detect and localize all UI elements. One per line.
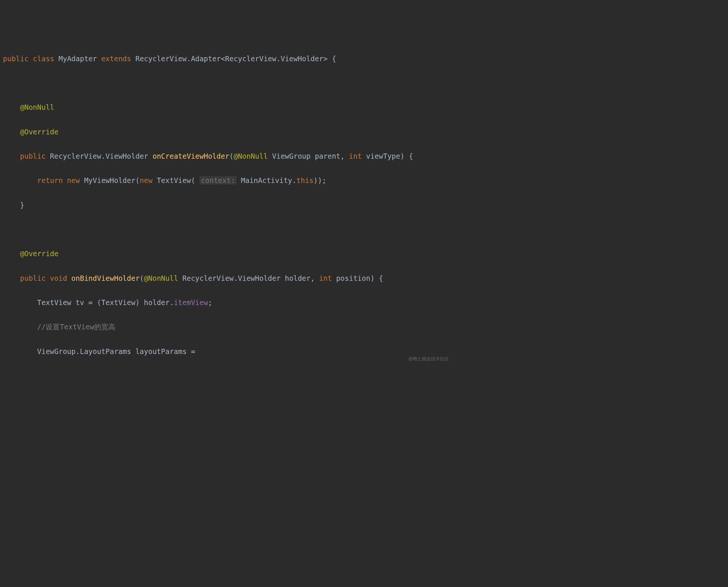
code-line: //设置TextView的宽高 bbox=[3, 321, 451, 333]
code-line: public void onBindViewHolder(@NonNull Re… bbox=[3, 272, 451, 285]
param: parent bbox=[315, 152, 340, 160]
keyword: int bbox=[319, 274, 332, 282]
annotation: @NonNull bbox=[144, 274, 178, 282]
code-line: @NonNull bbox=[3, 101, 451, 114]
class-name: RecyclerView bbox=[225, 55, 276, 63]
keyword: this bbox=[296, 176, 314, 184]
type: LayoutParams bbox=[80, 347, 131, 355]
code-line: @Override bbox=[3, 126, 451, 138]
class-name: RecyclerView bbox=[136, 55, 187, 63]
keyword: public bbox=[3, 55, 29, 63]
var: layoutParams bbox=[136, 347, 187, 355]
code-line: } bbox=[3, 199, 451, 211]
param-hint: context: bbox=[199, 176, 237, 184]
param: position bbox=[336, 274, 370, 282]
code-line bbox=[3, 223, 451, 236]
class-name: Adapter bbox=[191, 55, 221, 63]
method-name: onCreateViewHolder bbox=[152, 152, 229, 160]
keyword: public bbox=[20, 274, 46, 282]
code-line: return new MyViewHolder(new TextView( co… bbox=[3, 174, 451, 187]
annotation: @NonNull bbox=[20, 103, 55, 111]
class-name: ViewHolder bbox=[281, 55, 323, 63]
field: itemView bbox=[174, 298, 208, 307]
keyword: class bbox=[33, 55, 54, 63]
type: TextView bbox=[37, 298, 72, 307]
keyword: new bbox=[140, 176, 152, 184]
type: ViewHolder bbox=[106, 152, 148, 160]
type: MyViewHolder bbox=[84, 176, 135, 184]
type: TextView bbox=[157, 176, 191, 184]
type: ViewGroup bbox=[272, 152, 311, 160]
type: TextView bbox=[101, 298, 136, 307]
annotation: @NonNull bbox=[234, 152, 268, 160]
watermark: @稀土掘金技术社区 bbox=[408, 355, 449, 363]
keyword: int bbox=[349, 152, 362, 160]
keyword: extends bbox=[101, 55, 131, 63]
code-line: ViewGroup.LayoutParams layoutParams = bbox=[3, 345, 451, 358]
param: holder bbox=[144, 298, 170, 307]
code-line: TextView tv = (TextView) holder.itemView… bbox=[3, 296, 451, 309]
keyword: public bbox=[20, 152, 46, 160]
code-line: public class MyAdapter extends RecyclerV… bbox=[3, 53, 451, 65]
code-line: @Override bbox=[3, 248, 451, 260]
comment: //设置TextView的宽高 bbox=[37, 323, 115, 331]
keyword: return bbox=[37, 176, 63, 184]
code-line bbox=[3, 77, 451, 89]
param: holder bbox=[285, 274, 311, 282]
code-editor[interactable]: public class MyAdapter extends RecyclerV… bbox=[3, 53, 451, 366]
type: MainActivity bbox=[241, 176, 292, 184]
annotation: @Override bbox=[20, 128, 59, 136]
keyword: void bbox=[50, 274, 67, 282]
param: viewType bbox=[366, 152, 400, 160]
type: ViewHolder bbox=[238, 274, 280, 282]
code-line: public RecyclerView.ViewHolder onCreateV… bbox=[3, 150, 451, 162]
var: tv bbox=[75, 298, 84, 307]
method-name: onBindViewHolder bbox=[71, 274, 140, 282]
type: ViewGroup bbox=[37, 347, 76, 355]
class-name: MyAdapter bbox=[59, 55, 97, 63]
annotation: @Override bbox=[20, 249, 59, 258]
keyword: new bbox=[67, 176, 80, 184]
type: RecyclerView bbox=[50, 152, 101, 160]
type: RecyclerView bbox=[183, 274, 234, 282]
